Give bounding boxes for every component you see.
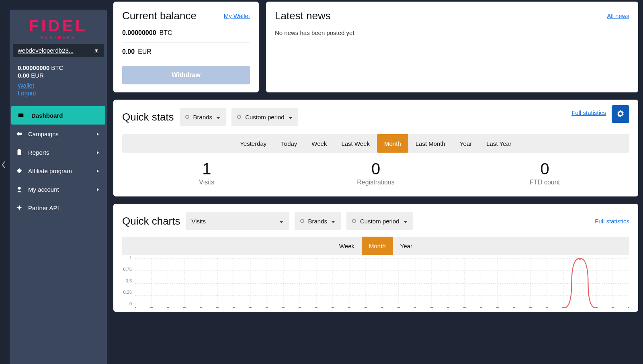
withdraw-button[interactable]: Withdraw [122, 66, 250, 84]
quickcharts-title: Quick charts [122, 215, 180, 227]
svg-point-42 [167, 307, 170, 308]
wallet-link[interactable]: Wallet [18, 82, 99, 89]
qc-period-dropdown[interactable]: Custom period [346, 212, 413, 230]
stat-value: 1 [122, 160, 291, 178]
tab-year[interactable]: Year [453, 134, 479, 153]
svg-rect-2 [18, 149, 20, 151]
svg-rect-0 [18, 114, 24, 117]
quickstats-title: Quick stats [122, 111, 174, 123]
chevron-down-icon: ▼ [94, 48, 99, 53]
balance-btc-amount: 0.00000000 [122, 29, 156, 37]
balance-title: Current balance [122, 10, 197, 22]
svg-point-41 [150, 307, 153, 308]
news-title: Latest news [275, 10, 331, 22]
balance-eur-cur: EUR [138, 48, 152, 55]
sidebar-eur-amount: 0.00 [18, 72, 29, 79]
tab-week[interactable]: Week [304, 134, 334, 153]
dot-icon [237, 115, 241, 119]
svg-point-3 [18, 187, 20, 190]
gear-icon [616, 109, 625, 119]
chevron-right-icon [96, 168, 103, 174]
svg-point-47 [249, 307, 252, 308]
svg-point-51 [315, 307, 318, 308]
nav-partnerapi-label: Partner API [28, 204, 103, 211]
nav-reports-label: Reports [28, 149, 96, 156]
svg-point-65 [545, 307, 548, 308]
chevron-down-icon [331, 218, 335, 225]
clipboard-icon [14, 149, 25, 156]
logout-link[interactable]: Logout [18, 90, 99, 96]
nav-dashboard-label: Dashboard [31, 112, 101, 119]
qc-tab-week[interactable]: Week [332, 237, 362, 255]
settings-button[interactable] [612, 105, 629, 123]
svg-point-61 [479, 307, 482, 308]
chevron-right-icon [96, 186, 103, 193]
tab-last-week[interactable]: Last Week [334, 134, 377, 153]
user-icon [14, 186, 25, 193]
all-news-link[interactable]: All news [607, 12, 629, 19]
chart: 10.750.50.250 [122, 258, 629, 304]
chevron-down-icon [216, 114, 220, 121]
nav-dashboard[interactable]: Dashboard [11, 106, 105, 125]
nav-partnerapi[interactable]: Partner API [10, 198, 107, 217]
metric-label: Visits [192, 218, 206, 225]
nav-myaccount-label: My account [28, 186, 96, 193]
megaphone-icon [14, 130, 25, 137]
svg-point-70 [628, 307, 629, 308]
period-label: Custom period [245, 114, 285, 121]
svg-point-58 [430, 307, 433, 308]
svg-point-63 [512, 307, 515, 308]
full-statistics-link[interactable]: Full statistics [571, 109, 606, 116]
svg-point-55 [381, 307, 384, 308]
svg-point-56 [397, 307, 400, 308]
chevron-right-icon [96, 131, 103, 137]
svg-point-60 [463, 307, 466, 308]
stat-value: 0 [460, 160, 629, 178]
quickcharts-tabs: WeekMonthYear [122, 237, 629, 255]
account-name: webdeveloperdb23... [18, 47, 74, 54]
nav-campaigns[interactable]: Campaigns [10, 125, 107, 143]
tab-last-year[interactable]: Last Year [479, 134, 519, 153]
svg-point-50 [299, 307, 301, 308]
svg-point-54 [365, 307, 367, 308]
sidebar-balance: 0.00000000BTC 0.00EUR Wallet Logout [13, 62, 104, 102]
metric-dropdown[interactable]: Visits [186, 212, 289, 230]
nav-affiliate[interactable]: Affiliate program [10, 162, 107, 180]
stat-registrations: 0Registrations [291, 160, 461, 186]
svg-rect-1 [18, 150, 21, 155]
qc-full-statistics-link[interactable]: Full statistics [595, 218, 629, 225]
stat-value: 0 [291, 160, 461, 178]
svg-point-53 [348, 307, 351, 308]
svg-point-45 [216, 307, 219, 308]
tab-yesterday[interactable]: Yesterday [233, 134, 274, 153]
qc-brands-dropdown[interactable]: Brands [295, 212, 341, 230]
dot-icon [352, 219, 356, 223]
brands-label: Brands [193, 114, 213, 121]
dot-icon [300, 219, 304, 223]
tab-today[interactable]: Today [274, 134, 304, 153]
period-dropdown[interactable]: Custom period [231, 108, 298, 126]
logo: FIDEL PARTNERS [10, 10, 107, 44]
sidebar-collapse-handle[interactable] [0, 159, 7, 171]
nav-myaccount[interactable]: My account [10, 180, 107, 198]
y-tick: 0.25 [123, 290, 132, 294]
tab-month[interactable]: Month [377, 134, 408, 153]
dashboard-icon [15, 112, 27, 119]
nav-reports[interactable]: Reports [10, 143, 107, 162]
quickcharts-card: Quick charts Visits Brands Custom period… [113, 204, 638, 312]
svg-point-69 [611, 307, 614, 308]
tab-last-month[interactable]: Last Month [408, 134, 453, 153]
chart-svg [135, 258, 629, 308]
qc-tab-year[interactable]: Year [393, 237, 420, 255]
account-selector[interactable]: webdeveloperdb23... ▼ [13, 44, 104, 57]
chevron-down-icon [403, 218, 408, 225]
svg-point-59 [446, 307, 449, 308]
qc-tab-month[interactable]: Month [362, 237, 393, 255]
quickstats-card: Quick stats Brands Custom period Full st… [113, 100, 638, 196]
svg-point-49 [282, 307, 285, 308]
my-wallet-link[interactable]: My Wallet [224, 12, 250, 19]
brands-dropdown[interactable]: Brands [180, 108, 226, 126]
nav-campaigns-label: Campaigns [28, 131, 96, 137]
sidebar-btc-amount: 0.00000000 [18, 64, 49, 71]
svg-point-43 [183, 307, 186, 308]
